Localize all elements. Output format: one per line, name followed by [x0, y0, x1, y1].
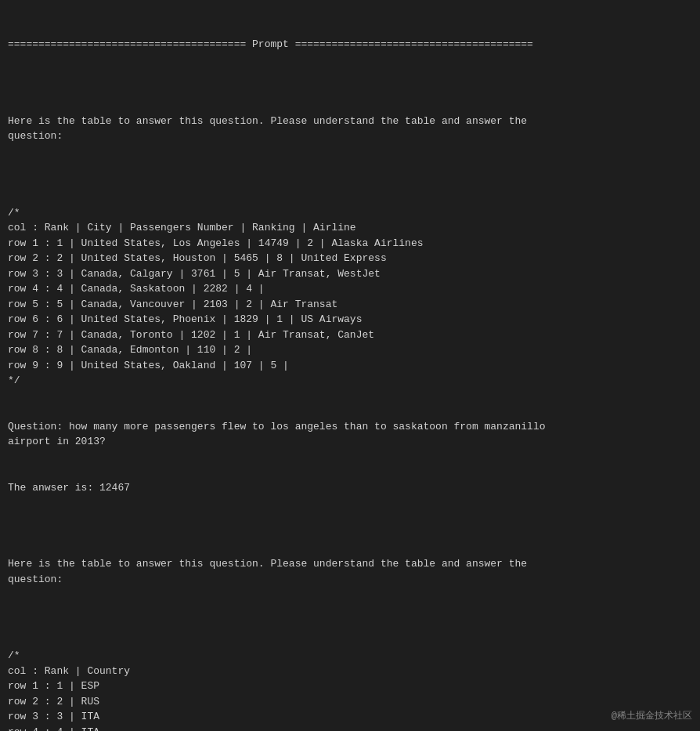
answer-1: The anwser is: 12467: [8, 480, 692, 496]
question-1: Question: how many more passengers flew …: [8, 419, 692, 450]
separator-top: ======================================= …: [8, 37, 692, 52]
intro-text-2: Here is the table to answer this questio…: [8, 556, 692, 587]
intro-text-1: Here is the table to answer this questio…: [8, 114, 692, 144]
table1-block: /* col : Rank | City | Passengers Number…: [8, 205, 692, 389]
table2-block: /* col : Rank | Country row 1 : 1 | ESP …: [8, 648, 692, 731]
main-content: ======================================= …: [8, 6, 692, 731]
watermark: @稀土掘金技术社区: [612, 709, 692, 723]
